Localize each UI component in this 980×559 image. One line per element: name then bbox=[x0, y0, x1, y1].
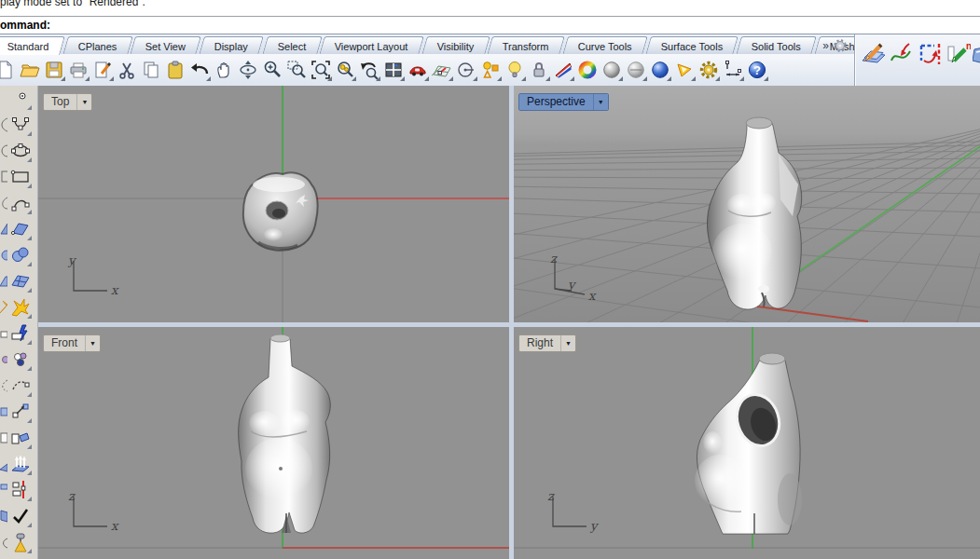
tab-transform[interactable]: Transform bbox=[487, 36, 564, 55]
viewport-menu-arrow-icon[interactable]: ▼ bbox=[560, 335, 575, 351]
color-wheel-button[interactable] bbox=[575, 58, 600, 82]
render-region-button[interactable] bbox=[672, 58, 697, 82]
torso-right-view[interactable] bbox=[695, 353, 802, 534]
options-gear-button[interactable] bbox=[697, 58, 721, 82]
toolbar-tab-bar: Standard CPlanes Set View Display Select… bbox=[0, 34, 854, 55]
command-line[interactable]: ommand: bbox=[0, 17, 980, 34]
surface-patch-tool[interactable] bbox=[7, 269, 33, 293]
ellipse-tool[interactable] bbox=[7, 139, 33, 163]
tab-set-view[interactable]: Set View bbox=[130, 36, 201, 55]
viewport-label-perspective[interactable]: Perspective ▼ bbox=[518, 93, 609, 111]
zoom-extents-button[interactable] bbox=[309, 58, 333, 82]
rendered-view-button[interactable] bbox=[648, 58, 672, 82]
edit-page-button[interactable] bbox=[90, 58, 115, 82]
rebuild-curve-button[interactable] bbox=[889, 40, 915, 68]
zoom-dynamic-button[interactable] bbox=[260, 58, 284, 82]
undo-view-button[interactable] bbox=[357, 58, 381, 82]
viewport-top[interactable]: Top ▼ y x bbox=[38, 86, 509, 322]
shaded-view-button[interactable] bbox=[600, 58, 624, 82]
move-tool[interactable] bbox=[7, 400, 33, 424]
surface-plane-tool[interactable] bbox=[7, 217, 33, 241]
tab-cplanes[interactable]: CPlanes bbox=[62, 36, 132, 55]
set-origin-button[interactable] bbox=[454, 58, 478, 82]
tab-options-gear-icon[interactable] bbox=[834, 39, 847, 52]
svg-text:y: y bbox=[567, 278, 576, 292]
ghosted-view-button[interactable] bbox=[624, 58, 648, 82]
copy-object-tool[interactable] bbox=[7, 426, 33, 450]
viewport-label-top[interactable]: Top ▼ bbox=[43, 93, 92, 111]
clipped-icon-button[interactable] bbox=[973, 40, 980, 68]
match-frame-button[interactable] bbox=[917, 40, 943, 68]
cut-button[interactable] bbox=[115, 58, 139, 82]
viewport-menu-arrow-icon[interactable]: ▼ bbox=[85, 335, 100, 351]
rhino-window: play mode set to "Rendered". ommand: Sta… bbox=[0, 0, 980, 559]
rectangle-tool[interactable] bbox=[7, 165, 33, 189]
help-button[interactable]: ? bbox=[745, 58, 769, 82]
viewport-label-front[interactable]: Front ▼ bbox=[43, 334, 101, 352]
named-view-button[interactable] bbox=[406, 58, 430, 82]
copy-button[interactable] bbox=[139, 58, 163, 82]
save-button[interactable] bbox=[42, 58, 66, 82]
zoom-window-button[interactable] bbox=[284, 58, 309, 82]
svg-text:n: n bbox=[966, 41, 971, 51]
lock-button[interactable] bbox=[527, 58, 551, 82]
extrude-surface-tool[interactable] bbox=[7, 452, 33, 476]
svg-text:?: ? bbox=[753, 63, 761, 77]
tab-display[interactable]: Display bbox=[200, 36, 265, 55]
tab-solid-tools[interactable]: Solid Tools bbox=[737, 36, 818, 55]
new-file-button[interactable] bbox=[0, 58, 18, 82]
dimension-button[interactable] bbox=[721, 58, 745, 82]
tab-surface-tools[interactable]: Surface Tools bbox=[645, 36, 738, 55]
paste-button[interactable] bbox=[163, 58, 187, 82]
point-cloud-tool[interactable] bbox=[7, 348, 33, 372]
open-file-button[interactable] bbox=[18, 58, 42, 82]
workspace: Top ▼ y x bbox=[0, 86, 980, 559]
viewport-right[interactable]: Right ▼ z y bbox=[514, 327, 980, 559]
cplane-button[interactable] bbox=[430, 58, 454, 82]
dashed-curve-tool[interactable] bbox=[7, 374, 33, 398]
tab-visibility[interactable]: Visibility bbox=[421, 36, 490, 55]
svg-text:y: y bbox=[589, 519, 599, 533]
svg-text:x: x bbox=[588, 289, 597, 303]
viewport-menu-arrow-icon[interactable]: ▼ bbox=[76, 94, 91, 110]
viewport-label-right[interactable]: Right ▼ bbox=[518, 334, 576, 352]
axis-indicator-right: z y bbox=[542, 487, 607, 539]
zoom-selected-button[interactable] bbox=[333, 58, 357, 82]
viewport-perspective[interactable]: Perspective ▼ z y x bbox=[514, 86, 980, 322]
axis-indicator-perspective: z y x bbox=[544, 250, 611, 306]
tab-select[interactable]: Select bbox=[262, 36, 322, 55]
point-tool[interactable] bbox=[7, 87, 33, 111]
print-button[interactable] bbox=[66, 58, 90, 82]
visibility-bulb-button[interactable] bbox=[503, 58, 527, 82]
axis-indicator-front: z x bbox=[62, 487, 128, 539]
svg-text:x: x bbox=[111, 283, 119, 297]
selection-filter-button[interactable] bbox=[478, 58, 503, 82]
sketch-pencil-button[interactable] bbox=[861, 40, 887, 68]
main-toolbar-sidebar bbox=[0, 86, 38, 559]
tab-standard[interactable]: Standard bbox=[0, 36, 65, 55]
torso-top-view[interactable] bbox=[243, 172, 318, 251]
spheres-tool[interactable] bbox=[7, 243, 33, 267]
tab-overflow-chevron[interactable]: » bbox=[822, 40, 829, 51]
tab-viewport-layout[interactable]: Viewport Layout bbox=[319, 36, 423, 55]
rotate-view-button[interactable] bbox=[236, 58, 260, 82]
command-history: play mode set to "Rendered". bbox=[0, 0, 980, 16]
layer-pie-button[interactable] bbox=[551, 58, 575, 82]
check-select-tool[interactable] bbox=[7, 504, 33, 528]
undo-button[interactable] bbox=[187, 58, 212, 82]
marker-pen-button[interactable]: n bbox=[945, 40, 971, 68]
trim-split-tool[interactable] bbox=[7, 321, 33, 346]
viewport-layout-button[interactable] bbox=[381, 58, 406, 82]
viewport-menu-arrow-icon[interactable]: ▼ bbox=[593, 94, 608, 110]
align-tool[interactable] bbox=[7, 478, 33, 502]
explode-tool[interactable] bbox=[7, 295, 33, 320]
viewport-grid: Top ▼ y x bbox=[38, 86, 980, 559]
curve-blend-tool[interactable] bbox=[7, 191, 33, 215]
docked-toolbar-panel: n bbox=[854, 34, 980, 86]
control-point-curve-tool[interactable] bbox=[7, 113, 33, 137]
viewport-front[interactable]: Front ▼ z x bbox=[38, 327, 509, 559]
lamp-render-tool[interactable] bbox=[7, 530, 33, 554]
pan-button[interactable] bbox=[212, 58, 236, 82]
torso-front-view[interactable] bbox=[239, 334, 331, 533]
tab-curve-tools[interactable]: Curve Tools bbox=[562, 36, 648, 55]
